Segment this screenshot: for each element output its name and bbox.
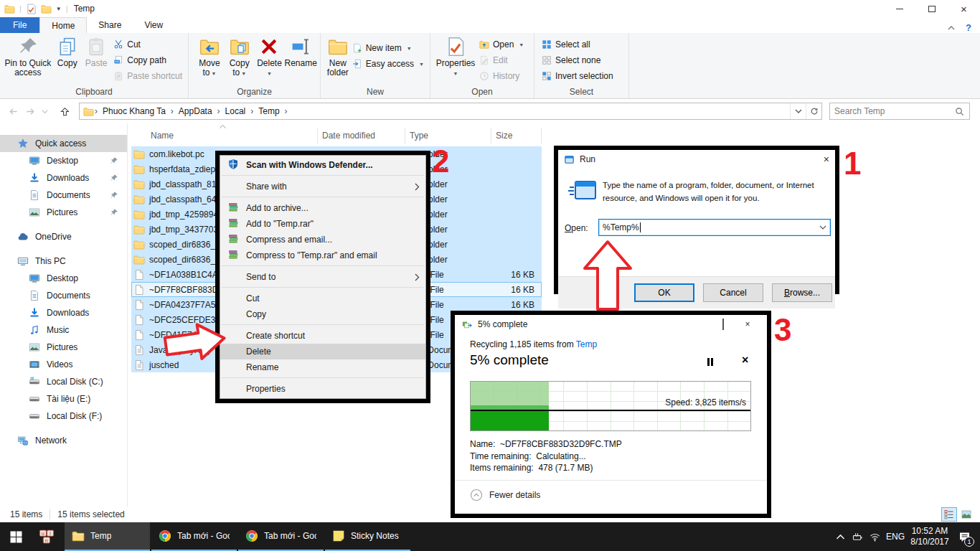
- new-folder-button[interactable]: New folder: [326, 34, 349, 85]
- tray-chevron-up-icon[interactable]: [831, 522, 849, 551]
- sidebar-item-videos[interactable]: Videos: [0, 356, 127, 373]
- rename-button[interactable]: Rename: [284, 34, 317, 85]
- sidebar-item-local-disk-c[interactable]: Local Disk (C:): [0, 373, 127, 390]
- taskbar-button-sticky-notes[interactable]: Sticky Notes: [325, 522, 410, 551]
- properties-button[interactable]: Properties ▼: [435, 34, 476, 85]
- qat-new-folder-icon[interactable]: [41, 4, 52, 14]
- location-link[interactable]: Temp: [576, 339, 597, 349]
- column-header-type[interactable]: Type: [405, 128, 491, 143]
- battery-icon[interactable]: [849, 522, 866, 551]
- start-button[interactable]: [0, 522, 32, 551]
- delete-button[interactable]: Delete ▼: [255, 34, 285, 85]
- history-button[interactable]: History: [476, 68, 527, 84]
- sidebar-item-documents[interactable]: Documents: [0, 187, 127, 204]
- wifi-icon[interactable]: [866, 522, 883, 551]
- sidebar-item-this-pc[interactable]: This PC: [0, 253, 127, 270]
- fewer-details-toggle[interactable]: Fewer details: [470, 489, 540, 501]
- breadcrumb-segment-phuoc-khang-ta[interactable]: Phuoc Khang Ta: [98, 106, 170, 116]
- unikey-icon[interactable]: uin: [32, 522, 62, 551]
- context-menu-item-add-to-archive[interactable]: Add to archive...: [220, 200, 425, 216]
- help-icon[interactable]: ?: [966, 22, 971, 33]
- address-dropdown-icon[interactable]: [790, 103, 806, 119]
- refresh-icon[interactable]: [806, 103, 821, 119]
- pause-icon[interactable]: [707, 358, 713, 366]
- context-menu-item-cut[interactable]: Cut: [220, 291, 425, 306]
- select-none-button[interactable]: Select none: [539, 52, 616, 68]
- maximize-button[interactable]: [915, 0, 948, 17]
- rec ent-locations-chevron-icon[interactable]: [39, 103, 50, 120]
- new-item-button[interactable]: New item▼: [349, 40, 427, 56]
- context-menu-item-delete[interactable]: Delete: [220, 344, 425, 359]
- collapse-ribbon-icon[interactable]: [947, 24, 956, 32]
- pin-to-quick-access-button[interactable]: Pin to Quick access: [3, 34, 53, 85]
- large-icons-view-button[interactable]: [958, 507, 974, 522]
- sidebar-item-downloads[interactable]: Downloads: [0, 169, 127, 187]
- context-menu-item-rename[interactable]: Rename: [220, 359, 425, 375]
- copy-to-button[interactable]: Copy to▼: [225, 34, 255, 85]
- paste-button[interactable]: Paste: [82, 34, 110, 85]
- context-menu-item-send-to[interactable]: Send to: [220, 269, 425, 285]
- progress-close-button[interactable]: ×: [735, 319, 760, 329]
- column-header-date-modified[interactable]: Date modified: [318, 128, 405, 143]
- taskbar-button-tab-m-i-google-c[interactable]: Tab mới - Google C...: [151, 522, 237, 551]
- open-button[interactable]: Open▼: [476, 37, 527, 52]
- cancel-button[interactable]: Cancel: [703, 283, 763, 302]
- select-all-button[interactable]: Select all: [539, 37, 616, 52]
- copy-button[interactable]: Copy: [53, 34, 82, 85]
- sidebar-item-t-i-li-u-e[interactable]: Tài liệu (E:): [0, 390, 127, 408]
- qat-customize-caret-icon[interactable]: ▼: [56, 6, 62, 12]
- context-menu-item-share-with[interactable]: Share with: [220, 179, 425, 194]
- browse-button[interactable]: Browse...: [772, 283, 832, 302]
- sidebar-item-quick-access[interactable]: Quick access: [0, 135, 127, 152]
- sidebar-item-local-disk-f[interactable]: Local Disk (F:): [0, 408, 127, 425]
- open-combobox[interactable]: %Temp%: [598, 219, 831, 236]
- invert-selection-button[interactable]: Invert selection: [539, 68, 616, 84]
- progress-maximize-button[interactable]: [711, 319, 735, 329]
- search-input[interactable]: [830, 106, 955, 116]
- sidebar-item-desktop[interactable]: Desktop: [0, 152, 127, 169]
- paste-shortcut-button[interactable]: Paste shortcut: [110, 68, 185, 84]
- column-header-size[interactable]: Size: [491, 128, 542, 143]
- edit-button[interactable]: Edit: [476, 52, 527, 68]
- address-box[interactable]: › Phuoc Khang Ta›AppData›Local›Temp›: [79, 103, 822, 120]
- column-header-name[interactable]: Name: [131, 128, 318, 143]
- context-menu-item-compress-and-email[interactable]: Compress and email...: [220, 232, 425, 248]
- action-center-icon[interactable]: 1: [952, 522, 976, 551]
- tab-share[interactable]: Share: [87, 17, 133, 33]
- forward-button[interactable]: [22, 103, 39, 120]
- run-close-icon[interactable]: ×: [824, 154, 829, 165]
- sidebar-item-onedrive[interactable]: OneDrive: [0, 228, 127, 245]
- context-menu-item-properties[interactable]: Properties: [220, 381, 425, 397]
- close-button[interactable]: ×: [948, 0, 980, 17]
- breadcrumb-segment-appdata[interactable]: AppData: [174, 106, 217, 116]
- move-to-button[interactable]: Move to▼: [194, 34, 225, 85]
- tab-view[interactable]: View: [133, 17, 174, 33]
- sidebar-item-pictures[interactable]: Pictures: [0, 204, 127, 221]
- sidebar-item-network[interactable]: Network: [0, 432, 127, 449]
- sidebar-item-documents[interactable]: Documents: [0, 287, 127, 304]
- taskbar-button-tab-m-i-google-c[interactable]: Tab mới - Google C...: [238, 522, 324, 551]
- cancel-operation-icon[interactable]: ×: [742, 354, 748, 367]
- taskbar-button-temp[interactable]: Temp: [65, 522, 150, 551]
- cut-button[interactable]: Cut: [110, 37, 185, 52]
- tab-file[interactable]: File: [0, 17, 39, 33]
- tab-home[interactable]: Home: [39, 17, 87, 33]
- context-menu-item-create-shortcut[interactable]: Create shortcut: [220, 328, 425, 344]
- sidebar-item-music[interactable]: Music: [0, 321, 127, 339]
- language-indicator[interactable]: ENG: [883, 532, 908, 542]
- context-menu-item-add-to-temp-rar[interactable]: Add to "Temp.rar": [220, 216, 425, 232]
- up-button[interactable]: [56, 103, 73, 120]
- qat-properties-icon[interactable]: [26, 4, 37, 14]
- breadcrumb-segment-local[interactable]: Local: [221, 106, 250, 116]
- back-button[interactable]: [4, 103, 22, 120]
- context-menu-item-compress-to-temp-rar-and-email[interactable]: Compress to "Temp.rar" and email: [220, 248, 425, 263]
- breadcrumb-segment-temp[interactable]: Temp: [254, 106, 283, 116]
- sidebar-item-pictures[interactable]: Pictures: [0, 339, 127, 356]
- context-menu-item-copy[interactable]: Copy: [220, 306, 425, 322]
- copy-path-button[interactable]: Copy path: [110, 52, 185, 68]
- context-menu-item-scan-with-windows-defender[interactable]: Scan with Windows Defender...: [220, 157, 425, 173]
- easy-access-button[interactable]: Easy access▼: [349, 56, 427, 72]
- ok-button[interactable]: OK: [634, 283, 694, 302]
- clock[interactable]: 10:52 AM 8/10/2017: [908, 526, 952, 547]
- minimize-button[interactable]: [883, 0, 915, 17]
